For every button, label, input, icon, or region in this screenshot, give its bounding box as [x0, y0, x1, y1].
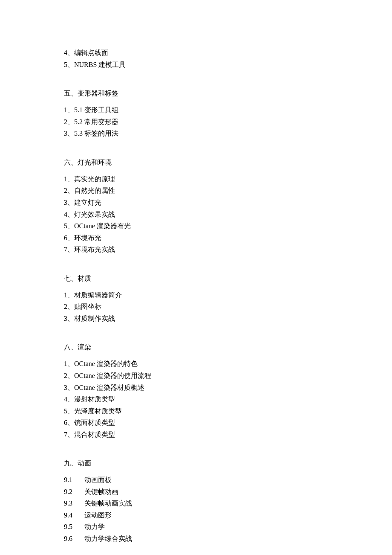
section-title-5: 五、变形器和标签	[64, 87, 328, 99]
list-item: 1、OCtane 渲染器的特色	[64, 358, 328, 370]
item-label: 动画面板	[84, 474, 112, 486]
item-label: 动力学综合实战	[84, 533, 132, 545]
list-item: 2、贴图坐标	[64, 301, 328, 313]
list-item: 5、NURBS 建模工具	[64, 59, 328, 71]
list-item: 3、建立灯光	[64, 197, 328, 209]
section-9-items: 9.1 动画面板 9.2 关键帧动画 9.3 关键帧动画实战 9.4 运动图形 …	[64, 474, 328, 544]
list-item: 3、5.3 标签的用法	[64, 128, 328, 139]
list-item: 7、环境布光实战	[64, 244, 328, 256]
list-item: 4、灯光效果实战	[64, 209, 328, 221]
section-title-7: 七、材质	[64, 273, 328, 284]
list-item: 6、镜面材质类型	[64, 417, 328, 429]
item-number: 9.1	[64, 474, 84, 486]
item-number: 9.4	[64, 509, 84, 521]
item-number: 9.6	[64, 533, 84, 545]
list-item: 2、自然光的属性	[64, 185, 328, 197]
list-item: 9.1 动画面板	[64, 474, 328, 486]
list-item: 5、OCtane 渲染器布光	[64, 220, 328, 232]
list-item: 5、光泽度材质类型	[64, 405, 328, 417]
list-item: 1、5.1 变形工具组	[64, 104, 328, 116]
item-label: 动力学	[84, 521, 105, 533]
item-number: 9.3	[64, 497, 84, 509]
list-item: 1、真实光的原理	[64, 173, 328, 185]
item-number: 9.2	[64, 486, 84, 498]
list-item: 4、漫射材质类型	[64, 393, 328, 405]
section-5-items: 1、5.1 变形工具组 2、5.2 常用变形器 3、5.3 标签的用法	[64, 104, 328, 139]
list-item: 9.6 动力学综合实战	[64, 533, 328, 545]
section-6-items: 1、真实光的原理 2、自然光的属性 3、建立灯光 4、灯光效果实战 5、OCta…	[64, 173, 328, 256]
section-title-9: 九、动画	[64, 457, 328, 469]
list-item: 3、材质制作实战	[64, 313, 328, 325]
list-item: 9.5 动力学	[64, 521, 328, 533]
section-title-8: 八、渲染	[64, 341, 328, 353]
item-label: 关键帧动画实战	[84, 497, 132, 509]
item-label: 运动图形	[84, 509, 112, 521]
list-item: 9.3 关键帧动画实战	[64, 497, 328, 509]
section-title-6: 六、灯光和环境	[64, 157, 328, 168]
section-8-items: 1、OCtane 渲染器的特色 2、OCtane 渲染器的使用流程 3、OCta…	[64, 358, 328, 440]
list-item: 1、材质编辑器简介	[64, 289, 328, 301]
list-item: 6、环境布光	[64, 232, 328, 244]
list-item: 2、5.2 常用变形器	[64, 116, 328, 128]
list-item: 7、混合材质类型	[64, 429, 328, 441]
list-item: 9.2 关键帧动画	[64, 486, 328, 498]
list-item: 3、OCtane 渲染器材质概述	[64, 382, 328, 394]
item-number: 9.5	[64, 521, 84, 533]
list-item: 2、OCtane 渲染器的使用流程	[64, 370, 328, 382]
continued-section-items: 4、编辑点线面 5、NURBS 建模工具	[64, 47, 328, 70]
item-label: 关键帧动画	[84, 486, 118, 498]
list-item: 4、编辑点线面	[64, 47, 328, 59]
list-item: 9.4 运动图形	[64, 509, 328, 521]
section-7-items: 1、材质编辑器简介 2、贴图坐标 3、材质制作实战	[64, 289, 328, 325]
